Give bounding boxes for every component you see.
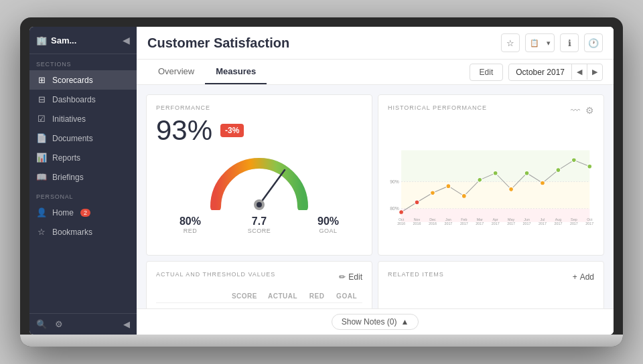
bookmarks-icon: ☆ <box>36 227 47 237</box>
svg-text:2017: 2017 <box>554 221 562 225</box>
tab-overview[interactable]: Overview <box>147 60 205 84</box>
home-icon: 👤 <box>36 207 47 217</box>
chart-icons: 〰 ⚙ <box>571 105 594 116</box>
add-icon: + <box>573 272 577 282</box>
add-related-button[interactable]: + Add <box>573 272 594 282</box>
sidebar-item-initiatives[interactable]: ☑ Initiatives <box>29 109 137 128</box>
sidebar-app-name: Sam... <box>51 35 76 46</box>
chart-wrapper: 90% 80% <box>388 122 594 246</box>
historical-card: Historical Performance 〰 ⚙ <box>378 94 604 256</box>
historical-chart-svg: 90% 80% <box>388 122 594 246</box>
collapse-right-icon[interactable]: ◀ <box>123 319 130 329</box>
chart-settings-icon[interactable]: ⚙ <box>585 105 594 116</box>
gauge-stats: 80% Red 7.7 Score 90% Goal <box>156 215 362 234</box>
svg-text:2017: 2017 <box>476 221 484 225</box>
show-notes-icon: ▲ <box>401 317 409 327</box>
perf-main: 93% -3% <box>156 116 362 145</box>
sidebar-documents-label: Documents <box>52 134 93 143</box>
sidebar-header: 🏢 Sam... ◀ <box>29 27 137 54</box>
sidebar-item-bookmarks[interactable]: ☆ Bookmarks <box>29 222 137 242</box>
sidebar-item-briefings[interactable]: 📖 Briefings <box>29 167 137 187</box>
col-red: Red <box>303 290 331 303</box>
no-related-text: No related items <box>388 294 594 308</box>
svg-text:2016: 2016 <box>413 221 421 225</box>
sidebar-item-home[interactable]: 👤 Home 2 <box>29 203 137 222</box>
row-actual: 93% <box>263 303 303 309</box>
add-label: Add <box>580 272 594 282</box>
personal-label: Personal <box>29 187 137 203</box>
home-badge: 2 <box>80 209 90 217</box>
info-button[interactable]: ℹ <box>560 33 579 52</box>
gauge-red-label: Red <box>180 227 201 234</box>
sections-label: Sections <box>29 54 137 70</box>
period-selector: October 2017 ◀ ▶ <box>508 64 603 81</box>
briefings-icon: 📖 <box>36 172 47 182</box>
svg-point-10 <box>399 210 404 215</box>
actual-edit-label: Edit <box>348 272 362 282</box>
col-actual: Actual <box>263 290 303 303</box>
period-label: October 2017 <box>509 64 571 80</box>
related-items-card: Related Items + Add No related items <box>378 261 604 308</box>
gauge-red-value: 80% <box>180 215 201 227</box>
search-icon[interactable]: 🔍 <box>36 319 47 329</box>
gauge-score-label: Score <box>248 227 271 234</box>
tabs-bar: Overview Measures Edit October 2017 ◀ ▶ <box>137 60 614 85</box>
performance-card: Performance 93% -3% <box>146 94 372 256</box>
svg-text:2017: 2017 <box>507 221 515 225</box>
sidebar-bookmarks-label: Bookmarks <box>52 227 92 237</box>
sidebar-briefings-label: Briefings <box>52 173 84 182</box>
show-notes-button[interactable]: Show Notes (0) ▲ <box>332 314 419 330</box>
history-button[interactable]: 🕐 <box>584 33 603 52</box>
edit-button[interactable]: Edit <box>470 64 504 81</box>
svg-point-2 <box>257 202 262 207</box>
actual-values-card: Actual and Threshold Values ✏ Edit Score… <box>146 261 372 308</box>
col-goal: Goal <box>331 290 362 303</box>
svg-point-12 <box>431 191 435 195</box>
chart-type-icon[interactable]: 〰 <box>571 105 580 116</box>
sidebar-item-dashboards[interactable]: ⊟ Dashboards <box>29 90 137 109</box>
share-button[interactable]: 📋▾ <box>525 33 555 52</box>
row-red: 80% <box>303 303 331 309</box>
sidebar-item-scorecards[interactable]: ⊞ Scorecards <box>29 70 137 90</box>
gauge-area <box>156 150 362 210</box>
gauge-stat-red: 80% Red <box>180 215 201 234</box>
period-prev-button[interactable]: ◀ <box>571 64 587 80</box>
svg-point-17 <box>509 187 514 192</box>
tabs-right: Edit October 2017 ◀ ▶ <box>470 64 603 81</box>
documents-icon: 📄 <box>36 133 47 143</box>
gauge-stat-goal: 90% Goal <box>317 215 339 234</box>
svg-point-20 <box>556 168 561 173</box>
page-title: Customer Satisfaction <box>147 35 289 51</box>
svg-point-19 <box>541 181 545 185</box>
favorite-button[interactable]: ☆ <box>501 33 520 52</box>
period-next-button[interactable]: ▶ <box>587 64 602 80</box>
sidebar-item-reports[interactable]: 📊 Reports <box>29 148 137 167</box>
tab-measures-label: Measures <box>216 66 256 76</box>
show-notes-bar: Show Notes (0) ▲ <box>137 308 614 335</box>
sidebar-home-label: Home <box>52 208 74 217</box>
sidebar-item-documents[interactable]: 📄 Documents <box>29 128 137 148</box>
gauge-goal-value: 90% <box>317 215 339 227</box>
svg-text:2016: 2016 <box>429 221 437 225</box>
svg-text:2017: 2017 <box>523 221 531 225</box>
scorecards-icon: ⊞ <box>36 75 47 85</box>
col-date <box>156 290 226 303</box>
sidebar-dashboards-label: Dashboards <box>52 95 96 104</box>
sidebar-initiatives-label: Initiatives <box>52 114 86 124</box>
initiatives-icon: ☑ <box>36 114 47 124</box>
svg-text:2017: 2017 <box>539 221 547 225</box>
reports-icon: 📊 <box>36 153 47 163</box>
tab-measures[interactable]: Measures <box>205 60 267 84</box>
svg-text:90%: 90% <box>390 179 399 184</box>
gauge-score-value: 7.7 <box>248 215 271 227</box>
performance-label: Performance <box>156 104 362 111</box>
tab-overview-label: Overview <box>158 66 194 76</box>
actual-header: Actual and Threshold Values ✏ Edit <box>156 271 362 283</box>
settings-icon[interactable]: ⚙ <box>55 319 63 329</box>
col-score: Score <box>226 290 263 303</box>
sidebar-collapse-icon[interactable]: ◀ <box>123 35 130 46</box>
table-row: October 2017 7.7 93% 80% 90% <box>156 303 362 309</box>
actual-edit-button[interactable]: ✏ Edit <box>339 272 362 282</box>
svg-text:2017: 2017 <box>570 221 578 225</box>
svg-point-13 <box>446 184 451 189</box>
